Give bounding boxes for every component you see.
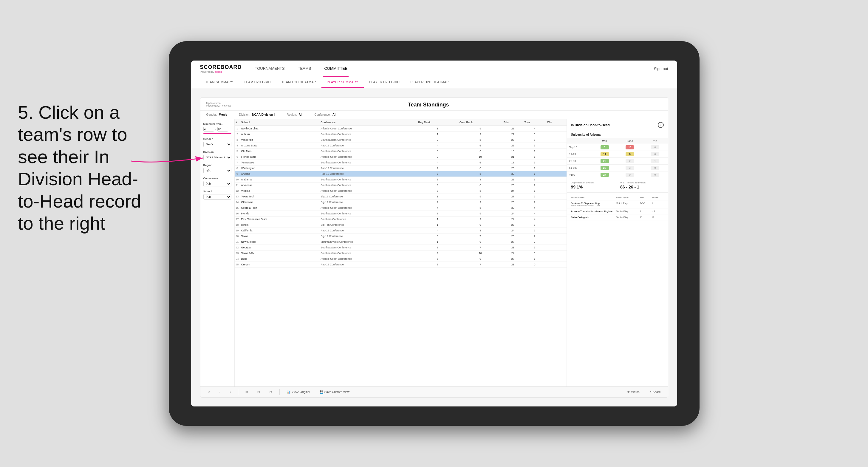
table-row[interactable]: 16 Florida Southeastern Conference 7 9 2…	[235, 211, 566, 217]
tournament-row[interactable]: Arizona Thunderbirds Intercollegiate Str…	[567, 209, 668, 214]
sign-out[interactable]: Sign out	[654, 66, 668, 71]
undo-button[interactable]: ↩	[205, 389, 212, 395]
table-row[interactable]: 21 New Mexico Mountain West Conference 1…	[235, 239, 566, 245]
sub-nav-team-h2h-heatmap[interactable]: TEAM H2H HEATMAP	[276, 77, 321, 88]
table-row[interactable]: 12 Virginia Atlantic Coast Conference 3 …	[235, 188, 566, 194]
tournament-pos: 2-3-0	[640, 202, 652, 207]
conference-filter-select[interactable]: (All) Atlantic Coast Conference	[204, 181, 231, 186]
cell-school: Georgia	[240, 245, 320, 250]
filter-division: Division: NCAA Division I	[239, 113, 275, 116]
min-rounds-slider[interactable]	[204, 133, 231, 134]
cell-school: Alabama	[240, 177, 320, 183]
nav-item-tournaments[interactable]: TOURNAMENTS	[254, 61, 286, 77]
watch-button[interactable]: 👁 Watch	[625, 389, 642, 395]
cell-rds: 24	[502, 228, 523, 234]
share-button[interactable]: ↗ Share	[647, 389, 663, 395]
right-panel-team: University of Arizona	[567, 131, 668, 138]
cell-rds: 23	[502, 183, 523, 188]
min-rounds-max-input[interactable]	[217, 127, 228, 131]
cell-reg-rank: 1	[417, 239, 458, 245]
standings-tbody: 1 North Carolina Atlantic Coast Conferen…	[235, 126, 566, 268]
cell-school: Georgia Tech	[240, 205, 320, 211]
h2h-th-0	[567, 138, 592, 144]
copy-button[interactable]: ⊞	[243, 389, 250, 395]
h2h-loss: 3	[617, 165, 643, 172]
table-row[interactable]: 8 Washington Pac-12 Conference 2 8 23 1	[235, 165, 566, 171]
cell-conference: Big 12 Conference	[319, 199, 417, 205]
cell-conf-rank: 8	[458, 137, 502, 143]
table-row[interactable]: 22 Georgia Southeastern Conference 8 7 2…	[235, 245, 566, 250]
card-title: Team Standings	[231, 102, 626, 108]
division-filter-select[interactable]: NCAA Division I NCAA Division II	[204, 155, 231, 160]
paste-button[interactable]: ⊡	[255, 389, 262, 395]
region-filter-select[interactable]: N/A All	[204, 168, 231, 173]
table-row[interactable]: 24 Duke Atlantic Coast Conference 5 9 27…	[235, 256, 566, 262]
nav-item-committee[interactable]: COMMITTEE	[323, 61, 348, 77]
cell-conf-rank: 7	[458, 262, 502, 268]
clock-button[interactable]: ⏱	[267, 389, 275, 395]
cell-rds: 23	[502, 137, 523, 143]
table-row[interactable]: 17 East Tennessee State Southern Confere…	[235, 217, 566, 222]
cell-win	[546, 177, 566, 183]
back-button[interactable]: ‹	[217, 389, 223, 395]
tournament-row[interactable]: Cabo Collegiate Stroke Play 11 17	[567, 214, 668, 220]
table-row[interactable]: 10 Alabama Southeastern Conference 5 8 2…	[235, 177, 566, 183]
cell-conference: Atlantic Coast Conference	[319, 154, 417, 160]
close-button[interactable]: ×	[658, 122, 664, 128]
sub-nav: TEAM SUMMARY TEAM H2H GRID TEAM H2H HEAT…	[191, 77, 677, 88]
table-row[interactable]: 13 Texas Tech Big 12 Conference 1 9 27 2	[235, 194, 566, 199]
table-row[interactable]: 11 Arkansas Southeastern Conference 6 8 …	[235, 183, 566, 188]
table-row[interactable]: 7 Tennessee Southeastern Conference 4 6 …	[235, 160, 566, 165]
cell-tour: 0	[523, 262, 546, 268]
save-custom-button[interactable]: 💾 Save Custom View	[317, 389, 352, 395]
table-row[interactable]: 3 Vanderbilt Southeastern Conference 2 8…	[235, 137, 566, 143]
cell-conference: Big 12 Conference	[319, 194, 417, 199]
table-row[interactable]: 25 Oregon Pac-12 Conference 5 7 21 0	[235, 262, 566, 268]
cell-conf-rank: 9	[458, 217, 502, 222]
sub-nav-player-h2h-grid[interactable]: PLAYER H2H GRID	[364, 77, 405, 88]
view-original-button[interactable]: 📊 View: Original	[284, 389, 312, 395]
cell-tour: 1	[523, 143, 546, 149]
cell-conf-rank: 8	[458, 177, 502, 183]
table-row[interactable]: 15 Georgia Tech Atlantic Coast Conferenc…	[235, 205, 566, 211]
cell-conf-rank: 8	[458, 228, 502, 234]
sub-nav-player-summary[interactable]: PLAYER SUMMARY	[321, 77, 364, 88]
cell-rds: 24	[502, 217, 523, 222]
table-row[interactable]: 20 Texas Big 12 Conference 3 7 20 7	[235, 234, 566, 239]
cell-rank: 18	[235, 222, 240, 228]
h2h-win: 20	[592, 165, 617, 172]
cell-rank: 11	[235, 183, 240, 188]
cell-rds: 30	[502, 171, 523, 177]
min-rounds-input[interactable]	[204, 127, 214, 131]
table-row[interactable]: 5 Ole Miss Southeastern Conference 3 6 1…	[235, 149, 566, 154]
cell-rank: 16	[235, 211, 240, 217]
table-row[interactable]: 6 Florida State Atlantic Coast Conferenc…	[235, 154, 566, 160]
cell-conf-rank: 9	[458, 239, 502, 245]
table-row[interactable]: 1 North Carolina Atlantic Coast Conferen…	[235, 126, 566, 131]
school-filter-select[interactable]: (All)	[204, 194, 231, 199]
cell-reg-rank: 3	[417, 188, 458, 194]
sub-nav-team-summary[interactable]: TEAM SUMMARY	[200, 77, 239, 88]
table-row[interactable]: 19 California Pac-12 Conference 4 8 24 2	[235, 228, 566, 234]
gender-filter-select[interactable]: Men's Women's	[204, 142, 231, 147]
nav-item-teams[interactable]: TEAMS	[297, 61, 312, 77]
cell-rank: 20	[235, 234, 240, 239]
cell-conference: Mountain West Conference	[319, 239, 417, 245]
card-header: Update time: 27/03/2024 16:56:26 Team St…	[200, 97, 668, 111]
forward-button[interactable]: ›	[227, 389, 233, 395]
table-row[interactable]: 4 Arizona State Pac-12 Conference 4 6 26…	[235, 143, 566, 149]
h2h-label: Top 10	[567, 144, 592, 151]
sub-nav-player-h2h-heatmap[interactable]: PLAYER H2H HEATMAP	[405, 77, 454, 88]
table-row[interactable]: 14 Oklahoma Big 12 Conference 2 9 26 2	[235, 199, 566, 205]
h2h-loss: 0	[617, 172, 643, 178]
tournament-row[interactable]: Jackson T. Stephens Cup Men's Match-Play…	[567, 200, 668, 209]
sub-nav-team-h2h-grid[interactable]: TEAM H2H GRID	[239, 77, 276, 88]
cell-rds: 23	[502, 165, 523, 171]
cell-tour: 2	[523, 239, 546, 245]
table-row[interactable]: 9 Arizona Pac-12 Conference 3 8 30 1	[235, 171, 566, 177]
cell-rds: 23	[502, 177, 523, 183]
table-row[interactable]: 23 Texas A&M Southeastern Conference 9 1…	[235, 250, 566, 256]
table-row[interactable]: 2 Auburn Southeastern Conference 1 9 27 …	[235, 131, 566, 137]
cell-reg-rank: 9	[417, 250, 458, 256]
table-row[interactable]: 18 Illinois Big Ten Conference 1 9 23 3	[235, 222, 566, 228]
